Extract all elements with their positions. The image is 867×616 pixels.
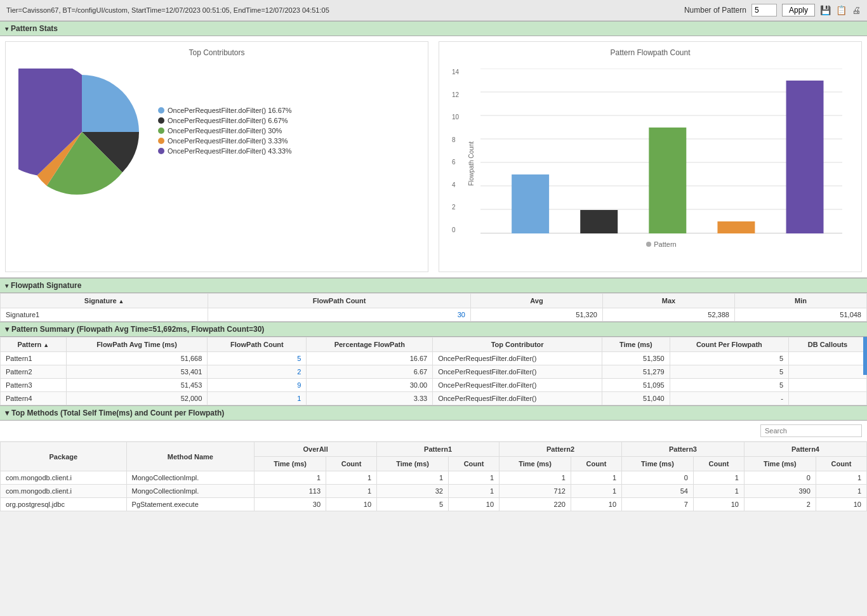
ps-row-count: 1: [208, 392, 307, 405]
sig-col-max[interactable]: Max: [602, 294, 734, 308]
flowpath-signature-header[interactable]: ▾ Flowpath Signature: [0, 278, 867, 293]
top-bar-info: Tier=Cavisson67, BT=/configUI/custom, St…: [6, 6, 329, 14]
legend-dot-4: [158, 138, 164, 144]
bar-chart-legend: Pattern: [480, 240, 842, 248]
ps-row-pct: 16.67: [307, 352, 433, 365]
tm-col-pattern2[interactable]: Pattern2: [500, 442, 622, 457]
sig-col-min[interactable]: Min: [734, 294, 866, 308]
tm-row-p2-time: 712: [500, 485, 571, 498]
copy-icon-button[interactable]: 📋: [836, 5, 847, 15]
tm-row-package: com.mongodb.client.i: [1, 485, 127, 498]
tm-row-overall-count: 10: [326, 498, 377, 511]
tm-col-pattern3[interactable]: Pattern3: [622, 442, 745, 457]
legend-dot-2: [158, 117, 164, 124]
tm-sub-p3-time[interactable]: Time (ms): [622, 457, 694, 471]
sig-row-max: 52,388: [602, 308, 734, 322]
ps-col-count[interactable]: FlowPath Count: [208, 337, 307, 352]
sig-col-flowpath-count[interactable]: FlowPath Count: [208, 294, 471, 308]
tm-sub-p1-time[interactable]: Time (ms): [377, 457, 449, 471]
ps-row-contributor: OncePerRequestFilter.doFilter(): [433, 352, 602, 365]
tm-sub-p3-count[interactable]: Count: [693, 457, 744, 471]
tm-sub-p1-count[interactable]: Count: [449, 457, 500, 471]
top-bar-controls: Number of Pattern Apply 💾 📋 🖨: [684, 4, 861, 16]
ps-row-contributor: OncePerRequestFilter.doFilter(): [433, 379, 602, 392]
table-row: com.mongodb.client.i MongoCollectionImpl…: [1, 485, 867, 498]
bar-2: [580, 210, 618, 233]
pattern-stats-header[interactable]: ▾ Pattern Stats: [0, 21, 867, 36]
sig-col-signature[interactable]: Signature ▲: [1, 294, 208, 308]
sig-col-avg[interactable]: Avg: [470, 294, 602, 308]
tm-col-method[interactable]: Method Name: [126, 442, 255, 471]
legend-dot-1: [158, 107, 164, 114]
search-input[interactable]: [760, 424, 862, 437]
tm-row-p2-time: 220: [500, 498, 571, 511]
ps-col-pattern[interactable]: Pattern ▲: [1, 337, 67, 352]
tm-row-p2-count: 1: [571, 485, 621, 498]
table-row: org.postgresql.jdbc PgStatement.execute …: [1, 498, 867, 511]
table-row: Pattern4 52,000 1 3.33 OncePerRequestFil…: [1, 392, 867, 405]
bar-5: [786, 81, 824, 233]
legend-item-4: OncePerRequestFilter.doFilter() 3.33%: [158, 137, 292, 145]
ps-row-db: [789, 392, 867, 405]
ps-row-avg-time: 52,000: [66, 392, 208, 405]
ps-row-time: 51,040: [602, 392, 670, 405]
tm-sub-p2-time[interactable]: Time (ms): [500, 457, 571, 471]
ps-row-count-per: 5: [670, 379, 788, 392]
legend-label-1: OncePerRequestFilter.doFilter() 16.67%: [168, 107, 292, 114]
tm-col-pattern1[interactable]: Pattern1: [377, 442, 500, 457]
tm-sub-p4-count[interactable]: Count: [816, 457, 866, 471]
ps-col-db[interactable]: DB Callouts: [789, 337, 867, 352]
tm-col-pattern4[interactable]: Pattern4: [744, 442, 866, 457]
ps-row-count: 2: [208, 365, 307, 379]
legend-item-2: OncePerRequestFilter.doFilter() 6.67%: [158, 117, 292, 124]
pattern-summary-header[interactable]: ▾ Pattern Summary (Flowpath Avg Time=51,…: [0, 322, 867, 337]
tm-sub-overall-time[interactable]: Time (ms): [255, 457, 326, 471]
table-row: Signature1 30 51,320 52,388 51,048: [1, 308, 867, 322]
tm-row-p4-count: 10: [816, 498, 866, 511]
ps-row-db: [789, 352, 867, 365]
ps-row-pct: 3.33: [307, 392, 433, 405]
top-methods-header[interactable]: ▾ Top Methods (Total Self Time(ms) and C…: [0, 405, 867, 421]
tm-row-p4-time: 390: [744, 485, 816, 498]
legend-label-5: OncePerRequestFilter.doFilter() 43.33%: [168, 147, 292, 155]
scrollbar-indicator[interactable]: [863, 337, 867, 375]
print-icon-button[interactable]: 🖨: [852, 5, 861, 15]
sig-row-count: 30: [208, 308, 471, 322]
ps-count-link[interactable]: 9: [297, 381, 301, 389]
ps-row-avg-time: 51,668: [66, 352, 208, 365]
tm-sub-overall-count[interactable]: Count: [326, 457, 377, 471]
ps-count-link[interactable]: 5: [297, 355, 301, 362]
sig-count-link[interactable]: 30: [458, 311, 465, 318]
ps-col-pct[interactable]: Percentage FlowPath: [307, 337, 433, 352]
save-icon-button[interactable]: 💾: [820, 5, 831, 15]
legend-item-1: OncePerRequestFilter.doFilter() 16.67%: [158, 107, 292, 114]
top-methods-table-section: Package Method Name OverAll Pattern1 Pat…: [0, 442, 867, 511]
sig-row-signature: Signature1: [1, 308, 208, 322]
ps-row-pattern: Pattern2: [1, 365, 67, 379]
tm-sub-p4-time[interactable]: Time (ms): [744, 457, 816, 471]
pattern-summary-title: Pattern Summary (Flowpath Avg Time=51,69…: [11, 325, 264, 334]
ps-col-avg-time[interactable]: FlowPath Avg Time (ms): [66, 337, 208, 352]
ps-count-link[interactable]: 1: [297, 395, 301, 402]
tm-sub-p2-count[interactable]: Count: [571, 457, 621, 471]
legend-label-3: OncePerRequestFilter.doFilter() 30%: [168, 127, 282, 134]
tm-col-overall[interactable]: OverAll: [255, 442, 377, 457]
tm-col-package[interactable]: Package: [1, 442, 127, 471]
tm-row-overall-count: 1: [326, 485, 377, 498]
ps-count-link[interactable]: 2: [297, 368, 301, 376]
tm-row-package: org.postgresql.jdbc: [1, 498, 127, 511]
ps-row-count: 5: [208, 352, 307, 365]
number-of-pattern-input[interactable]: [751, 4, 777, 16]
top-methods-title: Top Methods (Total Self Time(ms) and Cou…: [11, 409, 224, 417]
tm-row-p4-count: 1: [816, 471, 866, 485]
ps-col-contributor[interactable]: Top Contributor: [433, 337, 602, 352]
ps-col-count-per[interactable]: Count Per Flowpath: [670, 337, 788, 352]
tm-row-p3-time: 54: [622, 485, 694, 498]
bar-legend-label: Pattern: [654, 240, 676, 248]
table-row: Pattern3 51,453 9 30.00 OncePerRequestFi…: [1, 379, 867, 392]
pie-chart-panel: Top Contributors OncePerRequestFilter.do: [5, 41, 428, 272]
flowpath-signature-table-section: Signature ▲ FlowPath Count Avg Max Min S…: [0, 293, 867, 322]
table-row: com.mongodb.client.i MongoCollectionImpl…: [1, 471, 867, 485]
apply-button[interactable]: Apply: [782, 4, 815, 16]
ps-col-time[interactable]: Time (ms): [602, 337, 670, 352]
